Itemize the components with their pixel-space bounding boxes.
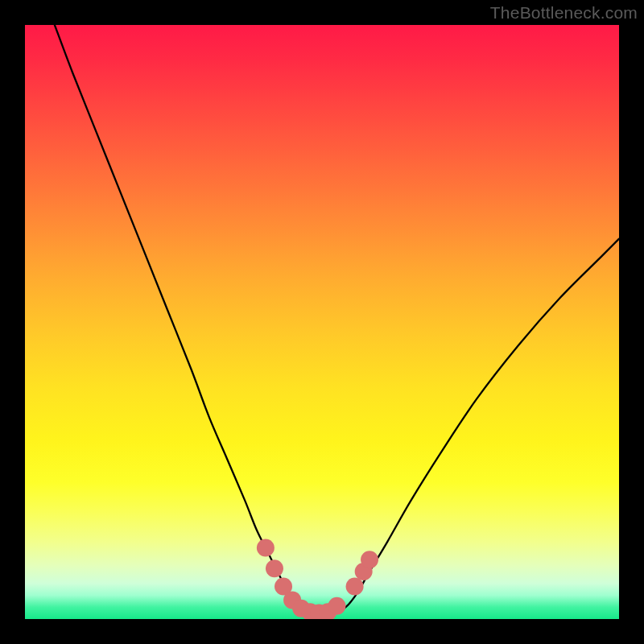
- curve-marker: [266, 559, 283, 577]
- curve-layer: [25, 25, 619, 619]
- curve-marker: [346, 577, 364, 595]
- watermark-text: TheBottleneck.com: [490, 3, 638, 23]
- curve-marker: [328, 597, 345, 615]
- curve-marker: [257, 539, 275, 556]
- chart-frame: TheBottleneck.com: [0, 0, 644, 644]
- plot-area: [25, 25, 619, 619]
- bottleneck-curve: [55, 25, 619, 616]
- curve-marker: [361, 551, 378, 568]
